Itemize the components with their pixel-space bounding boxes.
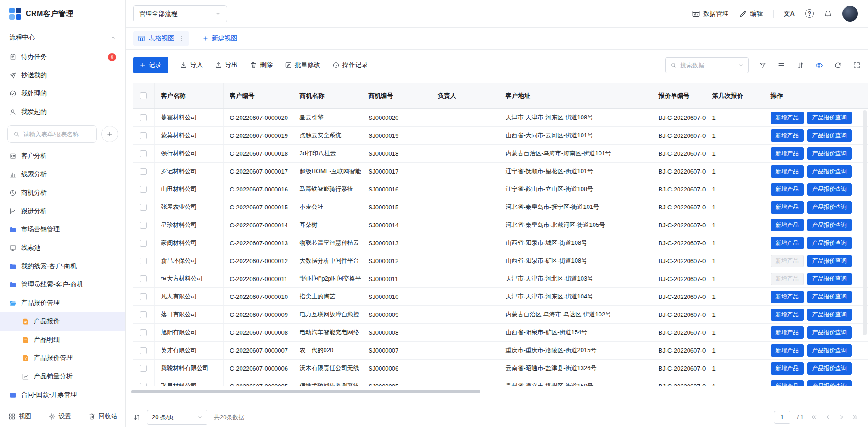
quote-query-button[interactable]: 产品报价查询 (807, 291, 852, 303)
sidebar-item[interactable]: 我处理的 (0, 84, 125, 103)
add-form-button[interactable] (101, 126, 118, 142)
quote-query-button[interactable]: 产品报价查询 (807, 201, 852, 214)
add-product-button[interactable]: 新增产品 (771, 219, 804, 231)
horizontal-scrollbar-thumb[interactable] (131, 390, 480, 393)
quote-query-button[interactable]: 产品报价查询 (807, 273, 852, 285)
add-product-button[interactable]: 新增产品 (771, 309, 804, 321)
quote-query-button[interactable]: 产品报价查询 (807, 326, 852, 339)
recycle-bin-button[interactable]: 回收站 (88, 412, 118, 421)
row-height-icon[interactable] (133, 414, 140, 421)
add-product-button[interactable]: 新增产品 (771, 380, 804, 387)
row-checkbox[interactable] (140, 383, 147, 386)
quote-query-button[interactable]: 产品报价查询 (807, 219, 852, 231)
row-checkbox[interactable] (140, 150, 147, 157)
sidebar-item[interactable]: 抄送我的 (0, 66, 125, 84)
add-product-button[interactable]: 新增产品 (771, 273, 804, 285)
views-button[interactable]: 视图 (8, 412, 31, 421)
row-checkbox[interactable] (140, 186, 147, 193)
quote-query-button[interactable]: 产品报价查询 (807, 309, 852, 321)
sidebar-item[interactable]: 商机分析 (0, 184, 125, 202)
quote-query-button[interactable]: 产品报价查询 (807, 112, 852, 124)
tab-table-view[interactable]: 表格视图 (133, 31, 189, 46)
sidebar-item[interactable]: 市场营销管理 (0, 220, 125, 239)
last-page-button[interactable] (852, 414, 859, 421)
sidebar-item[interactable]: 产品报价管理 (0, 349, 125, 367)
table-search-input[interactable] (680, 62, 734, 69)
sidebar-item[interactable]: 线索分析 (0, 165, 125, 184)
export-button[interactable]: 导出 (215, 61, 238, 69)
translate-icon[interactable]: 文A (784, 10, 795, 18)
row-checkbox[interactable] (140, 329, 147, 336)
filter-icon[interactable] (759, 62, 767, 69)
chevron-down-icon[interactable] (738, 62, 744, 68)
avatar[interactable] (842, 6, 858, 22)
process-center-header[interactable]: 流程中心 (0, 28, 125, 48)
add-product-button[interactable]: 新增产品 (771, 129, 804, 142)
add-product-button[interactable]: 新增产品 (771, 147, 804, 160)
sidebar-item[interactable]: 跟进分析 (0, 202, 125, 220)
row-checkbox[interactable] (140, 365, 147, 372)
quote-query-button[interactable]: 产品报价查询 (807, 344, 852, 357)
sidebar-item[interactable]: 合同-回款-开票管理 (0, 386, 125, 404)
quote-query-button[interactable]: 产品报价查询 (807, 129, 852, 142)
sidebar-item[interactable]: 我发起的 (0, 103, 125, 121)
sidebar-search-input[interactable] (23, 131, 91, 138)
notification-bell-icon[interactable] (824, 10, 832, 18)
add-product-button[interactable]: 新增产品 (771, 362, 804, 375)
vertical-scrollbar[interactable] (863, 110, 867, 335)
sidebar-item[interactable]: 产品销量分析 (0, 367, 125, 386)
quote-query-button[interactable]: 产品报价查询 (807, 380, 852, 387)
quote-query-button[interactable]: 产品报价查询 (807, 165, 852, 178)
more-options-icon[interactable] (178, 35, 185, 42)
row-checkbox[interactable] (140, 114, 147, 121)
add-record-button[interactable]: 记录 (133, 57, 168, 73)
next-page-button[interactable] (838, 414, 845, 421)
quote-query-button[interactable]: 产品报价查询 (807, 147, 852, 160)
help-icon[interactable]: ? (805, 9, 814, 18)
sidebar-item[interactable]: 管理员线索-客户-商机 (0, 275, 125, 294)
quote-query-button[interactable]: 产品报价查询 (807, 255, 852, 267)
sidebar-item[interactable]: 客户分析 (0, 147, 125, 165)
delete-button[interactable]: 删除 (250, 61, 273, 69)
row-checkbox[interactable] (140, 293, 147, 300)
data-manage-button[interactable]: 数据管理 (692, 10, 729, 18)
add-product-button[interactable]: 新增产品 (771, 326, 804, 339)
row-checkbox[interactable] (140, 240, 147, 247)
current-page-input[interactable]: 1 (774, 411, 790, 424)
sidebar-item[interactable]: 产品报价 (0, 312, 125, 331)
row-checkbox[interactable] (140, 347, 147, 354)
table-search[interactable] (665, 57, 749, 73)
sidebar-item[interactable]: 我的线索-客户-商机 (0, 257, 125, 275)
batch-edit-button[interactable]: 批量修改 (285, 61, 320, 69)
operation-log-button[interactable]: 操作记录 (332, 61, 368, 69)
column-list-icon[interactable] (778, 62, 785, 69)
page-size-select[interactable]: 20 条/页 (147, 410, 207, 425)
select-all-checkbox[interactable] (140, 92, 147, 99)
row-checkbox[interactable] (140, 275, 147, 282)
add-product-button[interactable]: 新增产品 (771, 291, 804, 303)
quote-query-button[interactable]: 产品报价查询 (807, 362, 852, 375)
add-product-button[interactable]: 新增产品 (771, 237, 804, 249)
row-checkbox[interactable] (140, 258, 147, 264)
row-checkbox[interactable] (140, 168, 147, 175)
row-checkbox[interactable] (140, 204, 147, 211)
row-checkbox[interactable] (140, 132, 147, 139)
settings-button[interactable]: 设置 (48, 412, 71, 421)
add-product-button[interactable]: 新增产品 (771, 344, 804, 357)
add-product-button[interactable]: 新增产品 (771, 165, 804, 178)
prev-page-button[interactable] (824, 414, 831, 421)
add-product-button[interactable]: 新增产品 (771, 112, 804, 124)
row-checkbox[interactable] (140, 311, 147, 318)
quote-query-button[interactable]: 产品报价查询 (807, 183, 852, 196)
new-view-button[interactable]: 新建视图 (202, 34, 237, 43)
quote-query-button[interactable]: 产品报价查询 (807, 237, 852, 249)
sidebar-item[interactable]: 产品报价管理 (0, 294, 125, 312)
sidebar-search[interactable] (7, 125, 97, 143)
add-product-button[interactable]: 新增产品 (771, 255, 804, 267)
sidebar-item[interactable]: 产品明细 (0, 331, 125, 349)
first-page-button[interactable] (811, 414, 818, 421)
fullscreen-icon[interactable] (853, 62, 861, 69)
chevron-up-icon[interactable] (111, 35, 116, 40)
horizontal-scrollbar[interactable] (131, 390, 862, 393)
sidebar-item[interactable]: 线索池 (0, 239, 125, 257)
